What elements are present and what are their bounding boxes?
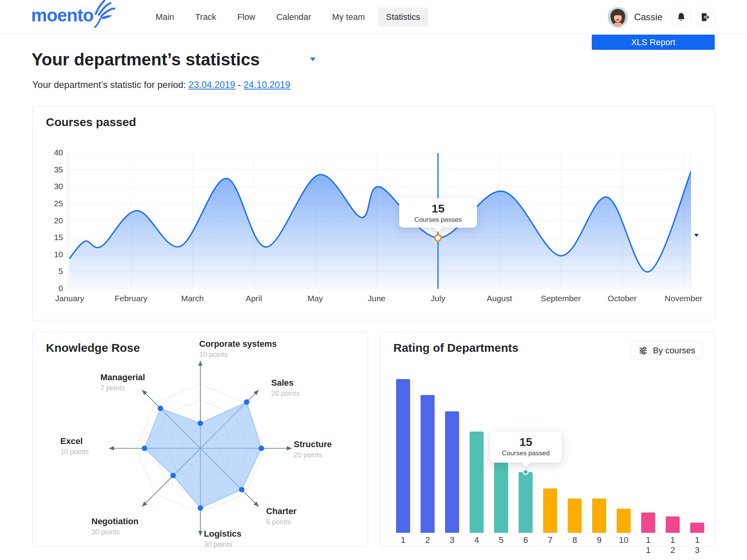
area-fill bbox=[70, 172, 691, 289]
radar-axis-points: 10 points bbox=[199, 351, 277, 359]
logo[interactable]: moento bbox=[31, 5, 93, 26]
radar-axis-label-sales: Sales20 points bbox=[271, 378, 300, 398]
bar-chart-tooltip: 15 Courses passed bbox=[490, 432, 562, 463]
radar-axis-points: 20 points bbox=[271, 390, 300, 398]
bar-department-3[interactable] bbox=[445, 411, 459, 533]
bar-department-1[interactable] bbox=[396, 379, 410, 533]
bar-department-4[interactable] bbox=[470, 432, 484, 533]
y-axis-label: 25 bbox=[44, 199, 63, 208]
bar-x-label: 5 bbox=[493, 535, 509, 545]
radar-axis-points: 20 points bbox=[294, 451, 332, 459]
bar-x-label: 4 bbox=[469, 535, 484, 545]
radar-axis-label-managerial: Managerial7 points bbox=[100, 372, 145, 392]
bar-department-8[interactable] bbox=[568, 499, 582, 533]
tooltip-label: Courses passed bbox=[490, 449, 562, 457]
bar-x-label: 13 bbox=[689, 535, 705, 555]
period-end-link[interactable]: 24.10.2019 bbox=[244, 79, 290, 90]
radar-axis-name: Sales bbox=[271, 378, 300, 388]
y-axis-label: 20 bbox=[44, 216, 63, 225]
nav-item-main[interactable]: Main bbox=[148, 7, 182, 27]
y-axis-label: 30 bbox=[44, 182, 63, 191]
x-axis-label: November bbox=[665, 294, 703, 303]
notifications-button[interactable] bbox=[672, 8, 691, 26]
main-nav: MainTrackFlowCalendarMy teamStatistics bbox=[148, 0, 428, 34]
line-chart-title: Courses passed bbox=[46, 116, 136, 129]
bar-x-label: 2 bbox=[420, 535, 435, 545]
radar-axis-name: Structure bbox=[294, 439, 332, 449]
radar-axis-label-logistics: Logistics30 points bbox=[204, 529, 242, 549]
rose-title: Knowledge Rose bbox=[46, 341, 140, 355]
nav-item-track[interactable]: Track bbox=[188, 7, 224, 27]
bird-icon bbox=[89, 0, 119, 29]
nav-item-statistics[interactable]: Statistics bbox=[378, 7, 428, 27]
radar-axis-name: Corporate systems bbox=[199, 339, 277, 349]
period-start-link[interactable]: 23.04.2019 bbox=[189, 79, 235, 90]
radar-vertex-dot bbox=[198, 505, 203, 511]
radar-vertex-dot bbox=[158, 406, 163, 411]
radar-axis-points: 7 points bbox=[100, 384, 145, 392]
x-axis-label: May bbox=[307, 294, 323, 303]
bar-x-label: 7 bbox=[542, 535, 558, 545]
bar-department-13[interactable] bbox=[690, 523, 704, 533]
x-axis-label: February bbox=[115, 294, 147, 303]
nav-item-my-team[interactable]: My team bbox=[324, 7, 373, 27]
user-area: Cassie bbox=[608, 0, 715, 34]
bar-department-11[interactable] bbox=[641, 513, 655, 533]
y-axis-label: 10 bbox=[44, 250, 63, 259]
radar-axis-label-structure: Structure20 points bbox=[294, 439, 332, 459]
user-name[interactable]: Cassie bbox=[634, 12, 663, 23]
bar-department-9[interactable] bbox=[592, 499, 606, 533]
bar-department-6[interactable] bbox=[519, 472, 533, 533]
statistics-page: moento MainTrackFlowCalendarMy teamStati… bbox=[0, 0, 747, 560]
data-point-marker bbox=[435, 235, 441, 241]
x-axis-label: April bbox=[245, 294, 262, 303]
period-separator: - bbox=[238, 79, 241, 90]
x-axis-label: July bbox=[431, 294, 445, 303]
radar-axis-name: Negotiation bbox=[91, 516, 139, 527]
radar-vertex-dot bbox=[244, 399, 249, 405]
top-nav-bar: moento MainTrackFlowCalendarMy teamStati… bbox=[0, 0, 747, 34]
avatar[interactable] bbox=[608, 7, 628, 27]
tooltip-value: 15 bbox=[399, 202, 477, 215]
line-chart-plot[interactable] bbox=[68, 153, 691, 289]
x-axis-label: September bbox=[541, 294, 581, 303]
bar-department-12[interactable] bbox=[666, 516, 680, 533]
x-axis-label: June bbox=[368, 294, 386, 303]
radar-axis-label-excel: Excel10 points bbox=[60, 436, 89, 456]
radar-axis-label-corporate-systems: Corporate systems10 points bbox=[199, 339, 277, 359]
logo-text: moento bbox=[31, 5, 93, 25]
period-line: Your department’s statistic for period: … bbox=[32, 79, 290, 90]
title-caret-down-icon[interactable] bbox=[310, 58, 316, 61]
radar-axis-name: Charter bbox=[266, 506, 296, 516]
bar-department-10[interactable] bbox=[617, 509, 631, 533]
bar-x-label: 12 bbox=[665, 535, 680, 555]
nav-item-flow[interactable]: Flow bbox=[230, 7, 263, 27]
radar-vertex-dot bbox=[198, 421, 203, 426]
y-axis-label: 40 bbox=[44, 148, 63, 157]
bar-x-label: 3 bbox=[444, 535, 460, 545]
y-axis-label: 35 bbox=[44, 165, 63, 174]
bar-department-5[interactable] bbox=[494, 460, 508, 533]
rating-of-departments-card: Rating of Departments By courses 1234567… bbox=[380, 332, 715, 546]
bar-baseline bbox=[388, 533, 707, 533]
x-axis-label: March bbox=[181, 294, 203, 303]
radar-vertex-dot bbox=[259, 446, 264, 451]
radar-axis-points: 6 points bbox=[266, 518, 296, 526]
logout-button[interactable] bbox=[696, 8, 715, 26]
xls-report-button[interactable]: XLS Report bbox=[592, 35, 715, 50]
radar-axis-points: 30 points bbox=[204, 541, 242, 549]
nav-item-calendar[interactable]: Calendar bbox=[268, 7, 319, 27]
bar-department-7[interactable] bbox=[543, 488, 557, 533]
x-axis-label: August bbox=[487, 294, 512, 303]
bar-department-2[interactable] bbox=[421, 395, 435, 533]
radar-axis-points: 10 points bbox=[60, 448, 89, 456]
logout-icon bbox=[700, 12, 710, 22]
courses-passed-card: Courses passed 0510152025303540 JanuaryF… bbox=[32, 106, 715, 320]
y-axis-label: 5 bbox=[44, 267, 63, 276]
radar-vertex-dot bbox=[239, 487, 244, 492]
radar-vertex-dot bbox=[142, 446, 147, 451]
chart-caret-down-icon[interactable] bbox=[694, 234, 699, 237]
radar-axis-label-charter: Charter6 points bbox=[266, 506, 296, 526]
line-chart-tooltip: 15 Courses passes bbox=[399, 198, 477, 228]
radar-axis-name: Logistics bbox=[204, 529, 242, 539]
